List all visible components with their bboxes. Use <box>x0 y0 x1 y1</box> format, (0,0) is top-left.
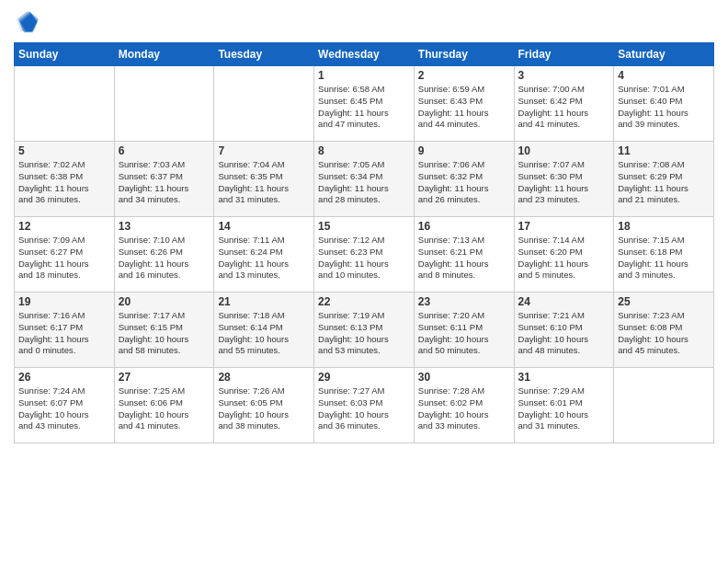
day-number: 6 <box>119 144 210 157</box>
day-info: Sunrise: 7:27 AM Sunset: 6:03 PM Dayligh… <box>318 385 410 432</box>
day-info: Sunrise: 7:06 AM Sunset: 6:32 PM Dayligh… <box>418 159 510 206</box>
day-number: 8 <box>318 144 410 157</box>
day-number: 12 <box>18 220 110 233</box>
day-number: 11 <box>618 144 710 157</box>
day-number: 9 <box>418 144 510 157</box>
day-info: Sunrise: 7:18 AM Sunset: 6:14 PM Dayligh… <box>218 310 310 357</box>
calendar-cell <box>614 368 714 443</box>
calendar-cell: 26Sunrise: 7:24 AM Sunset: 6:07 PM Dayli… <box>15 368 115 443</box>
day-number: 25 <box>618 295 710 308</box>
day-info: Sunrise: 7:21 AM Sunset: 6:10 PM Dayligh… <box>518 310 610 357</box>
calendar-cell: 3Sunrise: 7:00 AM Sunset: 6:42 PM Daylig… <box>514 66 614 142</box>
day-info: Sunrise: 7:26 AM Sunset: 6:05 PM Dayligh… <box>218 385 310 432</box>
day-number: 26 <box>18 371 110 384</box>
calendar-week-4: 19Sunrise: 7:16 AM Sunset: 6:17 PM Dayli… <box>15 293 714 368</box>
day-number: 23 <box>418 295 510 308</box>
calendar-week-1: 1Sunrise: 6:58 AM Sunset: 6:45 PM Daylig… <box>15 66 714 142</box>
calendar-header-row: Sunday Monday Tuesday Wednesday Thursday… <box>15 43 714 66</box>
calendar-cell: 23Sunrise: 7:20 AM Sunset: 6:11 PM Dayli… <box>414 293 514 368</box>
calendar-cell <box>214 66 314 142</box>
day-info: Sunrise: 7:16 AM Sunset: 6:17 PM Dayligh… <box>18 310 110 357</box>
day-info: Sunrise: 7:08 AM Sunset: 6:29 PM Dayligh… <box>618 159 710 206</box>
calendar-cell: 21Sunrise: 7:18 AM Sunset: 6:14 PM Dayli… <box>214 293 314 368</box>
day-info: Sunrise: 7:28 AM Sunset: 6:02 PM Dayligh… <box>418 385 510 432</box>
day-number: 14 <box>218 220 310 233</box>
day-number: 16 <box>418 220 510 233</box>
day-info: Sunrise: 7:24 AM Sunset: 6:07 PM Dayligh… <box>18 385 110 432</box>
col-saturday: Saturday <box>614 43 714 66</box>
day-number: 10 <box>518 144 610 157</box>
col-wednesday: Wednesday <box>314 43 415 66</box>
calendar-cell: 29Sunrise: 7:27 AM Sunset: 6:03 PM Dayli… <box>314 368 415 443</box>
day-info: Sunrise: 7:19 AM Sunset: 6:13 PM Dayligh… <box>318 310 410 357</box>
day-info: Sunrise: 6:59 AM Sunset: 6:43 PM Dayligh… <box>418 84 510 131</box>
calendar-week-5: 26Sunrise: 7:24 AM Sunset: 6:07 PM Dayli… <box>15 368 714 443</box>
calendar-cell: 30Sunrise: 7:28 AM Sunset: 6:02 PM Dayli… <box>414 368 514 443</box>
day-info: Sunrise: 7:14 AM Sunset: 6:20 PM Dayligh… <box>518 235 610 282</box>
day-number: 15 <box>318 220 410 233</box>
day-number: 2 <box>418 69 510 82</box>
day-info: Sunrise: 6:58 AM Sunset: 6:45 PM Dayligh… <box>318 84 410 131</box>
day-number: 29 <box>318 371 410 384</box>
day-info: Sunrise: 7:10 AM Sunset: 6:26 PM Dayligh… <box>119 235 210 282</box>
day-info: Sunrise: 7:12 AM Sunset: 6:23 PM Dayligh… <box>318 235 410 282</box>
calendar-cell: 2Sunrise: 6:59 AM Sunset: 6:43 PM Daylig… <box>414 66 514 142</box>
calendar-cell: 17Sunrise: 7:14 AM Sunset: 6:20 PM Dayli… <box>514 217 614 293</box>
day-number: 19 <box>18 295 110 308</box>
day-info: Sunrise: 7:25 AM Sunset: 6:06 PM Dayligh… <box>119 385 210 432</box>
calendar-cell: 24Sunrise: 7:21 AM Sunset: 6:10 PM Dayli… <box>514 293 614 368</box>
day-info: Sunrise: 7:29 AM Sunset: 6:01 PM Dayligh… <box>518 385 610 432</box>
calendar-cell: 1Sunrise: 6:58 AM Sunset: 6:45 PM Daylig… <box>314 66 415 142</box>
logo-icon <box>14 9 40 35</box>
calendar-cell: 14Sunrise: 7:11 AM Sunset: 6:24 PM Dayli… <box>214 217 314 293</box>
calendar-cell: 6Sunrise: 7:03 AM Sunset: 6:37 PM Daylig… <box>114 142 214 217</box>
calendar-cell: 11Sunrise: 7:08 AM Sunset: 6:29 PM Dayli… <box>614 142 714 217</box>
col-tuesday: Tuesday <box>214 43 314 66</box>
calendar-cell: 9Sunrise: 7:06 AM Sunset: 6:32 PM Daylig… <box>414 142 514 217</box>
calendar-cell <box>15 66 115 142</box>
day-info: Sunrise: 7:11 AM Sunset: 6:24 PM Dayligh… <box>218 235 310 282</box>
day-number: 4 <box>618 69 710 82</box>
calendar-cell: 15Sunrise: 7:12 AM Sunset: 6:23 PM Dayli… <box>314 217 415 293</box>
day-info: Sunrise: 7:01 AM Sunset: 6:40 PM Dayligh… <box>618 84 710 131</box>
col-friday: Friday <box>514 43 614 66</box>
calendar-cell: 5Sunrise: 7:02 AM Sunset: 6:38 PM Daylig… <box>15 142 115 217</box>
calendar-cell: 27Sunrise: 7:25 AM Sunset: 6:06 PM Dayli… <box>114 368 214 443</box>
calendar-cell: 31Sunrise: 7:29 AM Sunset: 6:01 PM Dayli… <box>514 368 614 443</box>
day-info: Sunrise: 7:20 AM Sunset: 6:11 PM Dayligh… <box>418 310 510 357</box>
day-number: 22 <box>318 295 410 308</box>
day-number: 27 <box>119 371 210 384</box>
day-info: Sunrise: 7:15 AM Sunset: 6:18 PM Dayligh… <box>618 235 710 282</box>
day-number: 21 <box>218 295 310 308</box>
calendar-cell: 20Sunrise: 7:17 AM Sunset: 6:15 PM Dayli… <box>114 293 214 368</box>
day-number: 18 <box>618 220 710 233</box>
day-number: 7 <box>218 144 310 157</box>
calendar-cell: 4Sunrise: 7:01 AM Sunset: 6:40 PM Daylig… <box>614 66 714 142</box>
page: Sunday Monday Tuesday Wednesday Thursday… <box>0 0 728 563</box>
calendar-week-3: 12Sunrise: 7:09 AM Sunset: 6:27 PM Dayli… <box>15 217 714 293</box>
calendar-cell: 13Sunrise: 7:10 AM Sunset: 6:26 PM Dayli… <box>114 217 214 293</box>
calendar-cell: 28Sunrise: 7:26 AM Sunset: 6:05 PM Dayli… <box>214 368 314 443</box>
day-info: Sunrise: 7:23 AM Sunset: 6:08 PM Dayligh… <box>618 310 710 357</box>
calendar-cell <box>114 66 214 142</box>
col-sunday: Sunday <box>15 43 115 66</box>
day-info: Sunrise: 7:09 AM Sunset: 6:27 PM Dayligh… <box>18 235 110 282</box>
day-info: Sunrise: 7:17 AM Sunset: 6:15 PM Dayligh… <box>119 310 210 357</box>
day-info: Sunrise: 7:07 AM Sunset: 6:30 PM Dayligh… <box>518 159 610 206</box>
day-number: 5 <box>18 144 110 157</box>
day-number: 13 <box>119 220 210 233</box>
day-info: Sunrise: 7:05 AM Sunset: 6:34 PM Dayligh… <box>318 159 410 206</box>
calendar-cell: 12Sunrise: 7:09 AM Sunset: 6:27 PM Dayli… <box>15 217 115 293</box>
day-number: 1 <box>318 69 410 82</box>
day-info: Sunrise: 7:13 AM Sunset: 6:21 PM Dayligh… <box>418 235 510 282</box>
day-number: 28 <box>218 371 310 384</box>
calendar-cell: 22Sunrise: 7:19 AM Sunset: 6:13 PM Dayli… <box>314 293 415 368</box>
day-number: 24 <box>518 295 610 308</box>
col-monday: Monday <box>114 43 214 66</box>
calendar-cell: 7Sunrise: 7:04 AM Sunset: 6:35 PM Daylig… <box>214 142 314 217</box>
day-info: Sunrise: 7:04 AM Sunset: 6:35 PM Dayligh… <box>218 159 310 206</box>
day-number: 31 <box>518 371 610 384</box>
col-thursday: Thursday <box>414 43 514 66</box>
day-info: Sunrise: 7:00 AM Sunset: 6:42 PM Dayligh… <box>518 84 610 131</box>
calendar-cell: 19Sunrise: 7:16 AM Sunset: 6:17 PM Dayli… <box>15 293 115 368</box>
